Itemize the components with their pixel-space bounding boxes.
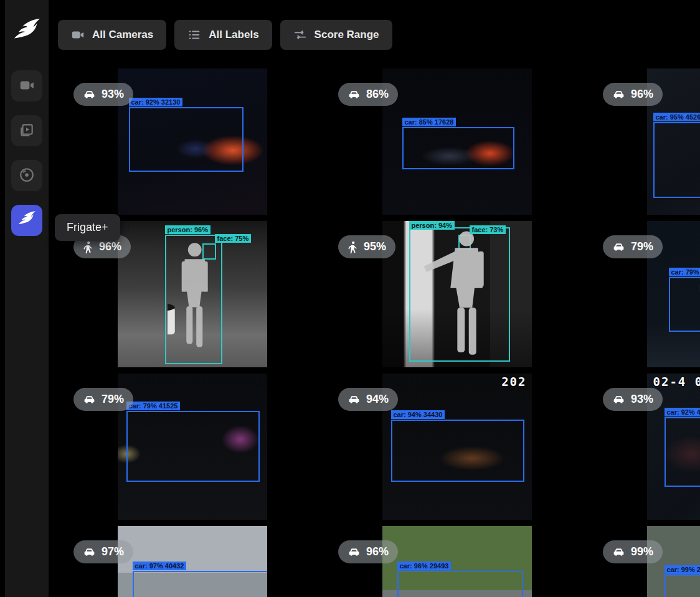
score-value: 99% (631, 545, 653, 558)
detection-label-chip: car: 99% 25 (665, 565, 700, 574)
detection-bounding-box (129, 107, 244, 172)
snapshot-grid: car: 92% 3213093%car: 85% 1762886%car: 9… (60, 68, 700, 597)
score-badge: 94% (338, 388, 398, 411)
score-badge: 93% (73, 83, 133, 106)
car-icon (83, 393, 96, 406)
score-value: 96% (366, 545, 389, 558)
snapshot-card[interactable]: car: 92% 3213093% (60, 68, 324, 215)
snapshot-card[interactable]: car: 79%79% (589, 221, 700, 367)
snapshot-card[interactable]: 02-4 03 0car: 92% 421893% (589, 374, 700, 520)
main-content: All Cameras All Labels Score Range car: … (49, 0, 700, 597)
person-silhouette (168, 236, 220, 363)
all-labels-label: All Labels (209, 29, 258, 41)
detection-label-chip: car: 79% 41525 (126, 402, 181, 410)
frigate-plus-tooltip: Frigate+ (55, 214, 120, 241)
snapshot-card[interactable]: car: 95% 4526096% (589, 68, 700, 215)
detection-label-chip: car: 79% (669, 268, 700, 276)
score-badge: 95% (338, 235, 395, 258)
snapshot-image: car: 79% 41525 (118, 374, 267, 520)
sidebar-item-review[interactable] (11, 115, 42, 146)
score-value: 95% (364, 240, 386, 253)
all-labels-filter-button[interactable]: All Labels (174, 20, 272, 50)
disc-icon (19, 167, 35, 185)
score-value: 96% (99, 240, 121, 253)
camera-icon (19, 77, 35, 95)
camera-icon (71, 28, 85, 42)
snapshot-image: car: 96% 29493 (382, 526, 532, 597)
car-icon (348, 88, 361, 101)
detection-bounding-box (391, 420, 524, 482)
score-range-filter-button[interactable]: Score Range (280, 20, 392, 50)
all-cameras-filter-button[interactable]: All Cameras (58, 20, 166, 50)
detection-label-chip: car: 97% 40432 (133, 562, 187, 570)
snapshot-image: person: 94%face: 73% (382, 221, 532, 367)
detection-bounding-box (669, 277, 700, 332)
snapshot-image: 202car: 94% 34430 (382, 374, 532, 520)
all-cameras-label: All Cameras (92, 29, 153, 41)
detection-label-chip: face: 73% (470, 225, 506, 234)
detection-bounding-box (126, 411, 260, 482)
snapshot-card[interactable]: car: 99% 2599% (589, 526, 700, 597)
detection-label-chip: car: 85% 17628 (402, 118, 456, 126)
snapshot-image: car: 85% 17628 (382, 68, 532, 215)
list-icon (187, 28, 201, 42)
snapshot-card[interactable]: 202car: 94% 3443094% (324, 374, 589, 520)
camera-timestamp-fragment: 02-4 03 0 (653, 375, 700, 388)
score-badge: 86% (338, 83, 398, 106)
detection-label-chip: face: 75% (215, 234, 252, 243)
sidebar-item-frigate-plus[interactable] (11, 205, 42, 236)
frigate-bird-icon (17, 210, 36, 231)
score-value: 93% (631, 393, 653, 406)
score-badge: 96% (338, 540, 398, 563)
person-icon (348, 241, 358, 253)
snapshot-card[interactable]: person: 96%face: 75%96% (60, 221, 324, 367)
car-icon (612, 88, 625, 101)
snapshot-card[interactable]: car: 85% 1762886% (324, 68, 589, 215)
snapshot-card[interactable]: person: 94%face: 73%95% (324, 221, 589, 367)
car-icon (612, 545, 625, 558)
car-icon (612, 240, 625, 253)
car-icon (348, 545, 361, 558)
sidebar-nav (5, 70, 49, 236)
score-value: 79% (102, 393, 124, 406)
detection-label-chip: car: 92% 32130 (129, 98, 183, 106)
detection-bounding-box (665, 575, 700, 597)
score-value: 86% (366, 88, 389, 101)
score-value: 96% (631, 88, 653, 101)
detection-label-chip: car: 95% 45260 (653, 113, 700, 121)
detection-label-chip: car: 92% 4218 (665, 408, 700, 416)
camera-timestamp-fragment: 202 (501, 375, 526, 388)
sidebar-item-live[interactable] (11, 70, 42, 101)
snapshot-card[interactable]: car: 97% 4043297% (60, 526, 324, 597)
sidebar-item-export[interactable] (11, 160, 42, 191)
detection-label-chip: car: 94% 34430 (391, 410, 445, 419)
score-badge: 79% (73, 388, 133, 411)
detection-label-chip: person: 96% (165, 225, 210, 234)
snapshot-card[interactable]: car: 79% 4152579% (60, 374, 324, 520)
detection-bounding-box (665, 417, 700, 487)
score-value: 97% (102, 545, 124, 558)
car-icon (83, 88, 96, 101)
snapshot-image: car: 92% 32130 (118, 68, 267, 215)
snapshot-image: person: 96%face: 75% (118, 221, 267, 367)
car-icon (348, 393, 361, 406)
person-silhouette (412, 228, 508, 360)
score-badge: 96% (603, 83, 663, 106)
detection-label-chip: person: 94% (409, 221, 455, 230)
sliders-icon (293, 28, 307, 42)
detection-label-chip: car: 96% 29493 (397, 562, 452, 570)
score-badge: 79% (603, 235, 663, 258)
detection-bounding-box (133, 571, 267, 597)
person-icon (83, 241, 93, 253)
score-value: 93% (102, 88, 124, 101)
filter-toolbar: All Cameras All Labels Score Range (58, 20, 392, 50)
review-icon (19, 122, 35, 140)
score-range-label: Score Range (315, 29, 379, 41)
car-icon (612, 393, 625, 406)
score-value: 79% (631, 240, 653, 253)
detection-bounding-box (397, 571, 523, 597)
car-icon (83, 545, 96, 558)
detection-bounding-box (653, 122, 700, 198)
score-badge: 97% (73, 540, 133, 563)
snapshot-card[interactable]: car: 96% 2949396% (324, 526, 589, 597)
